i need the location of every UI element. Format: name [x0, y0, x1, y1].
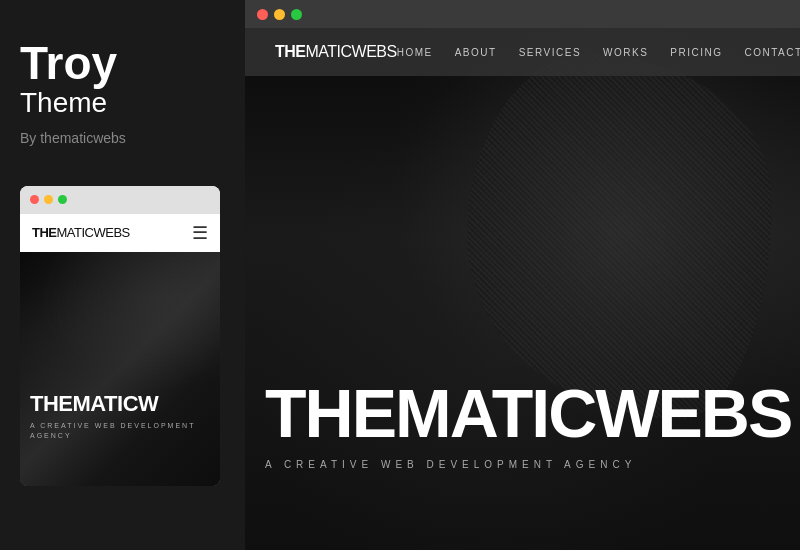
desktop-logo-light: MATICWEBS	[306, 43, 397, 60]
mobile-hero-text: THEMATICW A CREATIVE WEB DEVELOPMENTAGEN…	[30, 393, 215, 441]
mobile-hero-subtitle: A CREATIVE WEB DEVELOPMENTAGENCY	[30, 421, 215, 441]
desktop-preview-content: THEMATICWEBS HOME ABOUT SERVICES WORKS P…	[245, 28, 800, 550]
desktop-nav-logo: THEMATICWEBS	[275, 43, 397, 61]
mobile-maximize-dot	[58, 195, 67, 204]
mobile-hero-title: THEMATICW	[30, 393, 215, 415]
mobile-logo-light: MATICWEBS	[57, 225, 130, 240]
desktop-preview: THEMATICWEBS HOME ABOUT SERVICES WORKS P…	[245, 0, 800, 550]
mobile-close-dot	[30, 195, 39, 204]
theme-name-troy: Troy	[20, 40, 225, 86]
desktop-hero-title: THEMATICWEBS	[265, 379, 780, 447]
desktop-close-dot	[257, 9, 268, 20]
mobile-logo-bold: THE	[32, 225, 57, 240]
theme-title-block: Troy Theme By thematicwebs	[20, 40, 225, 146]
nav-link-services[interactable]: SERVICES	[519, 47, 581, 58]
mobile-minimize-dot	[44, 195, 53, 204]
mobile-nav: THEMATICWEBS ☰	[20, 214, 220, 252]
desktop-hero-subtitle: A CREATIVE WEB DEVELOPMENT AGENCY	[265, 459, 780, 470]
mobile-menu-icon[interactable]: ☰	[192, 222, 208, 244]
desktop-minimize-dot	[274, 9, 285, 20]
nav-link-about[interactable]: ABOUT	[455, 47, 497, 58]
nav-link-home[interactable]: HOME	[397, 47, 433, 58]
desktop-hero-text: THEMATICWEBS A CREATIVE WEB DEVELOPMENT …	[265, 379, 780, 470]
desktop-hero: THEMATICWEBS HOME ABOUT SERVICES WORKS P…	[245, 28, 800, 550]
nav-link-works[interactable]: WORKS	[603, 47, 648, 58]
mobile-hero: THEMATICW A CREATIVE WEB DEVELOPMENTAGEN…	[20, 252, 220, 486]
desktop-maximize-dot	[291, 9, 302, 20]
desktop-browser-bar	[245, 0, 800, 28]
nav-link-pricing[interactable]: PRICING	[670, 47, 722, 58]
desktop-nav-links: HOME ABOUT SERVICES WORKS PRICING CONTAC…	[397, 47, 800, 58]
desktop-nav: THEMATICWEBS HOME ABOUT SERVICES WORKS P…	[245, 28, 800, 76]
nav-link-contact[interactable]: CONTACT	[745, 47, 801, 58]
sidebar: Troy Theme By thematicwebs THEMATICWEBS …	[0, 0, 245, 550]
desktop-logo-bold: THE	[275, 43, 306, 60]
mobile-bike-texture	[20, 252, 220, 404]
theme-name-theme: Theme	[20, 86, 225, 120]
theme-author: By thematicwebs	[20, 130, 225, 146]
mobile-preview-content: THEMATICWEBS ☰ THEMATICW A CREATIVE WEB …	[20, 214, 220, 486]
mobile-browser-bar	[20, 186, 220, 214]
mobile-preview-card: THEMATICWEBS ☰ THEMATICW A CREATIVE WEB …	[20, 186, 220, 486]
mobile-nav-logo: THEMATICWEBS	[32, 225, 130, 240]
